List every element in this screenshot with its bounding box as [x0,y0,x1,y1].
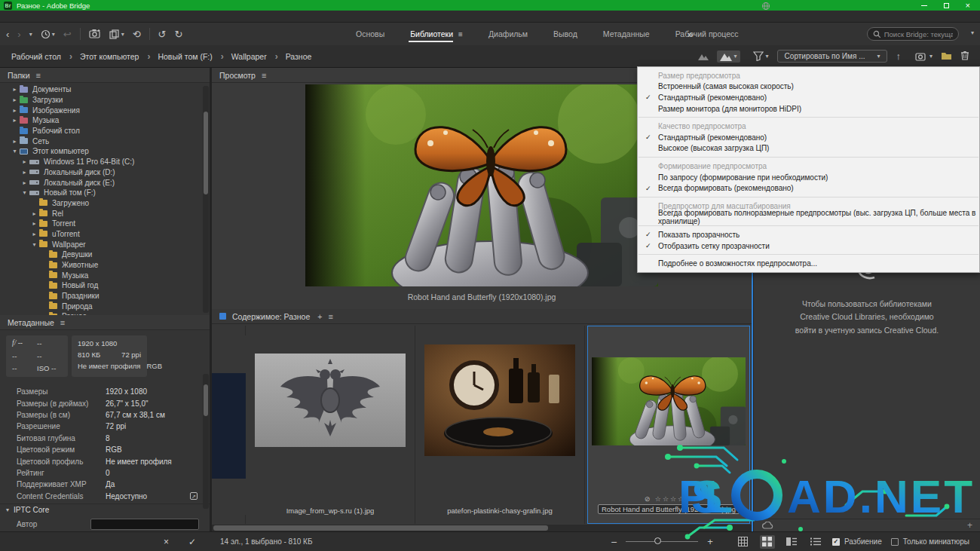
folder-tree-item[interactable]: Windows 11 Pro 64-Bit (C:) [0,157,203,167]
expand-chevron-icon[interactable] [11,148,19,155]
workspace-tab[interactable]: Рабочий процесс ≡ [663,23,752,45]
rotate-cw-icon[interactable]: ↻ [174,29,182,39]
panel-menu-icon[interactable]: ≡ [262,71,266,80]
iptc-section-header[interactable]: ▾ IPTC Core [0,504,210,516]
folder-tree-item[interactable]: Этот компьютер [0,146,203,157]
folder-tree-item[interactable]: Девушки [0,249,203,260]
back-icon[interactable]: ‹ [6,29,9,39]
preview-menu-item[interactable]: ✓ Формирование предпросмотра [638,161,979,172]
no-rating-icon[interactable]: ⊘ [645,495,652,503]
metadata-scrollbar[interactable] [203,374,209,509]
preview-menu-item[interactable]: ✓ Высокое (высокая загрузка ЦП) [638,143,979,155]
breadcrumb-item[interactable]: Рабочий стол [8,51,76,62]
external-link-icon[interactable]: ↗ [190,492,198,500]
expand-chevron-icon[interactable] [30,231,38,237]
divide-toggle[interactable]: ✓ Разбиение [832,537,882,546]
preview-menu-item[interactable]: ✓ Показать прозрачность [638,229,979,240]
star-icons[interactable]: ☆☆☆☆☆ [655,495,693,503]
preview-menu-item[interactable]: ✓ Качество предпросмотра [638,121,979,132]
expand-chevron-icon[interactable] [20,189,29,196]
grid-lock-view-icon[interactable] [736,535,751,549]
expand-chevron-icon[interactable] [20,169,29,176]
panel-menu-icon[interactable]: ≡ [36,71,41,80]
delete-trash-icon[interactable] [960,51,969,62]
folder-tree-item[interactable]: Загрузки [0,95,203,106]
folder-tree-item[interactable]: Изображения [0,105,203,115]
expand-chevron-icon[interactable] [11,117,19,124]
preview-menu-item[interactable]: ✓ [639,225,978,226]
add-library-icon[interactable]: + [967,520,972,531]
details-view-icon[interactable] [784,535,799,549]
maximize-icon[interactable] [944,3,949,8]
folder-tree-item[interactable]: Сеть [0,136,203,146]
rotate-ccw-icon[interactable]: ↺ [158,29,167,39]
more-workspaces-icon[interactable]: » [688,23,693,45]
workspace-tab[interactable]: Диафильм ≡ [476,23,541,45]
preview-menu-item[interactable]: ✓ Стандартный (рекомендовано) [638,92,979,103]
expand-chevron-icon[interactable] [11,138,19,145]
return-to-app-icon[interactable]: ↩ [63,29,72,39]
expand-chevron-icon[interactable] [30,210,38,217]
close-icon[interactable]: × [966,2,970,9]
folder-tree-item[interactable]: Праздники [0,291,203,302]
expand-chevron-icon[interactable] [30,220,38,227]
embedded-thumbnail-quality-icon[interactable] [698,52,709,60]
panel-splitter-highlight[interactable] [752,260,753,531]
folder-tree-item[interactable]: Природа [0,301,203,311]
workspace-tab[interactable]: Метаданные ≡ [590,23,663,45]
preview-menu-item[interactable]: ✓ [639,117,978,118]
breadcrumb-item[interactable]: Новый том (F:) [154,51,227,62]
preview-menu-item[interactable]: ✓ Всегда формировать (рекомендовано) [638,182,979,194]
thumbnail-view-icon[interactable] [760,535,775,549]
preview-menu-item[interactable]: ✓ По запросу (формирование при необходим… [638,172,979,183]
folder-tree-item[interactable]: Локальный диск (D:) [0,167,203,178]
search-input[interactable]: Поиск Bridge: текуща [867,27,959,41]
breadcrumb-item[interactable]: Разное [282,52,324,61]
thumbnail-smaller-icon[interactable]: − [611,536,617,548]
breadcrumb-item[interactable]: Wallpaper [228,51,282,62]
thumbnails-only-toggle[interactable]: ✓ Только миниатюры [891,537,969,546]
thumbnail-filename[interactable]: Robot Hand and Butterfly (1920x1080).jpg [598,504,740,514]
preview-quality-menu-button[interactable]: ▾ [717,51,740,63]
sort-ascending-icon[interactable]: ↑ [896,51,901,61]
search-options-chevron-icon[interactable]: ▾ [971,29,974,36]
folder-tree-item[interactable]: Локальный диск (E:) [0,177,203,188]
recent-files-icon[interactable]: ▾ [41,29,55,39]
list-view-icon[interactable] [808,535,823,549]
refresh-icon[interactable]: ⟲ [133,29,141,39]
workspace-tab[interactable]: Библиотеки ≡ [397,23,476,45]
expand-chevron-icon[interactable] [20,158,29,165]
folder-tree-item[interactable]: Загружено [0,198,203,209]
preview-menu-item[interactable]: ✓ [639,254,978,255]
folder-tree-item[interactable]: Животные [0,260,203,271]
new-folder-icon[interactable] [941,51,952,62]
slider-knob[interactable] [654,537,661,544]
folder-tree-item[interactable]: Torrent [0,219,203,229]
thumbnail-larger-icon[interactable]: + [707,536,713,547]
folder-tree-item[interactable]: Wallpaper [0,239,203,249]
folder-tree-item[interactable]: Документы [0,84,203,95]
folder-tree-item[interactable]: Rel [0,208,203,219]
breadcrumb-item[interactable]: Этот компьютер [76,51,155,62]
checkbox-empty-icon[interactable]: ✓ [891,538,899,546]
folder-tree-item[interactable]: uTorrent [0,229,203,240]
nav-chevron-icon[interactable]: ▾ [29,31,32,38]
preview-menu-item[interactable]: ✓ Всегда формировать полноразмерные пред… [638,212,979,223]
preview-menu-item[interactable]: ✓ Размер предпросмотра [638,70,979,81]
forward-icon[interactable]: › [17,29,20,39]
globe-icon[interactable] [761,2,770,11]
preview-menu-item[interactable]: ✓ [639,157,978,158]
expand-chevron-icon[interactable] [11,86,19,93]
panel-menu-icon[interactable]: ≡ [328,312,332,321]
expand-chevron-icon[interactable] [11,96,19,103]
folder-tree-item[interactable]: Музыка [0,270,203,280]
cloud-sync-icon[interactable] [761,522,773,530]
checkbox-checked-icon[interactable]: ✓ [832,538,840,546]
thumbnail-item[interactable]: Image_from_wp-s.ru (1).jpg [246,326,415,524]
preview-image[interactable] [305,84,658,286]
open-in-camera-raw-icon[interactable]: ▾ [915,52,933,61]
thumbnail-size-slider[interactable] [626,541,698,542]
folder-tree-item[interactable]: Музыка [0,115,203,126]
expand-chevron-icon[interactable] [11,107,19,114]
preview-menu-item[interactable]: ✓ Отобразить сетку прозрачности [638,240,979,252]
